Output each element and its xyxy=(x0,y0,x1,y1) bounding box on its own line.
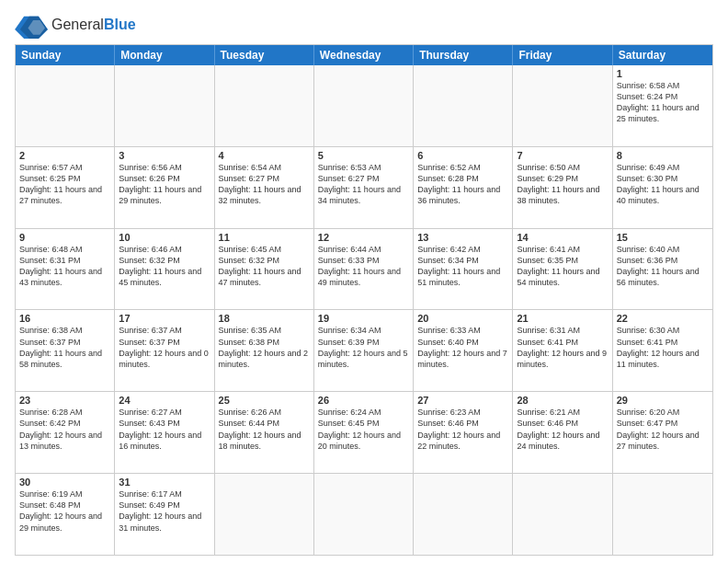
day-number: 25 xyxy=(219,395,310,406)
day-number: 3 xyxy=(119,150,210,161)
day-cell-12: 12Sunrise: 6:44 AM Sunset: 6:33 PM Dayli… xyxy=(314,229,414,310)
day-number: 18 xyxy=(219,313,310,324)
page: GeneralBlue SundayMondayTuesdayWednesday… xyxy=(0,0,728,563)
day-cell-17: 17Sunrise: 6:37 AM Sunset: 6:37 PM Dayli… xyxy=(115,310,214,391)
day-info: Sunrise: 6:54 AM Sunset: 6:27 PM Dayligh… xyxy=(219,162,310,207)
empty-cell xyxy=(314,65,414,146)
day-info: Sunrise: 6:20 AM Sunset: 6:47 PM Dayligh… xyxy=(617,407,709,452)
day-info: Sunrise: 6:42 AM Sunset: 6:34 PM Dayligh… xyxy=(417,244,508,289)
day-info: Sunrise: 6:56 AM Sunset: 6:26 PM Dayligh… xyxy=(119,162,210,207)
day-cell-1: 1Sunrise: 6:58 AM Sunset: 6:24 PM Daylig… xyxy=(613,65,712,146)
empty-cell xyxy=(613,474,712,555)
day-info: Sunrise: 6:33 AM Sunset: 6:40 PM Dayligh… xyxy=(417,325,508,370)
day-info: Sunrise: 6:37 AM Sunset: 6:37 PM Dayligh… xyxy=(119,325,210,370)
empty-cell xyxy=(414,65,513,146)
day-info: Sunrise: 6:57 AM Sunset: 6:25 PM Dayligh… xyxy=(19,162,110,207)
day-info: Sunrise: 6:30 AM Sunset: 6:41 PM Dayligh… xyxy=(617,325,709,370)
calendar-row-1: 2Sunrise: 6:57 AM Sunset: 6:25 PM Daylig… xyxy=(16,146,712,228)
day-cell-22: 22Sunrise: 6:30 AM Sunset: 6:41 PM Dayli… xyxy=(613,310,712,391)
day-number: 21 xyxy=(517,313,608,324)
day-number: 13 xyxy=(417,232,508,243)
calendar-row-5: 30Sunrise: 6:19 AM Sunset: 6:48 PM Dayli… xyxy=(16,473,712,555)
day-number: 2 xyxy=(19,150,110,161)
day-info: Sunrise: 6:34 AM Sunset: 6:39 PM Dayligh… xyxy=(318,325,409,370)
empty-cell xyxy=(215,65,314,146)
calendar-header: SundayMondayTuesdayWednesdayThursdayFrid… xyxy=(16,45,712,65)
day-number: 9 xyxy=(19,232,110,243)
day-cell-30: 30Sunrise: 6:19 AM Sunset: 6:48 PM Dayli… xyxy=(16,474,115,555)
day-info: Sunrise: 6:52 AM Sunset: 6:28 PM Dayligh… xyxy=(417,162,508,207)
day-info: Sunrise: 6:23 AM Sunset: 6:46 PM Dayligh… xyxy=(417,407,508,452)
day-number: 29 xyxy=(617,395,709,406)
day-info: Sunrise: 6:50 AM Sunset: 6:29 PM Dayligh… xyxy=(517,162,608,207)
day-number: 12 xyxy=(318,232,409,243)
day-number: 4 xyxy=(219,150,310,161)
day-number: 1 xyxy=(617,68,709,79)
day-cell-10: 10Sunrise: 6:46 AM Sunset: 6:32 PM Dayli… xyxy=(115,229,214,310)
day-cell-9: 9Sunrise: 6:48 AM Sunset: 6:31 PM Daylig… xyxy=(16,229,115,310)
day-cell-31: 31Sunrise: 6:17 AM Sunset: 6:49 PM Dayli… xyxy=(115,474,214,555)
day-cell-27: 27Sunrise: 6:23 AM Sunset: 6:46 PM Dayli… xyxy=(414,392,513,473)
empty-cell xyxy=(314,474,414,555)
day-info: Sunrise: 6:46 AM Sunset: 6:32 PM Dayligh… xyxy=(119,244,210,289)
day-cell-25: 25Sunrise: 6:26 AM Sunset: 6:44 PM Dayli… xyxy=(215,392,314,473)
day-info: Sunrise: 6:19 AM Sunset: 6:48 PM Dayligh… xyxy=(19,488,110,534)
weekday-header-tuesday: Tuesday xyxy=(215,45,314,65)
logo-icon xyxy=(15,11,48,39)
day-info: Sunrise: 6:45 AM Sunset: 6:32 PM Dayligh… xyxy=(219,244,310,289)
day-info: Sunrise: 6:17 AM Sunset: 6:49 PM Dayligh… xyxy=(119,488,210,534)
day-info: Sunrise: 6:28 AM Sunset: 6:42 PM Dayligh… xyxy=(19,407,110,452)
day-info: Sunrise: 6:53 AM Sunset: 6:27 PM Dayligh… xyxy=(318,162,409,207)
day-number: 6 xyxy=(417,150,508,161)
day-info: Sunrise: 6:24 AM Sunset: 6:45 PM Dayligh… xyxy=(318,407,409,452)
weekday-header-monday: Monday xyxy=(115,45,214,65)
day-cell-20: 20Sunrise: 6:33 AM Sunset: 6:40 PM Dayli… xyxy=(414,310,513,391)
day-cell-11: 11Sunrise: 6:45 AM Sunset: 6:32 PM Dayli… xyxy=(215,229,314,310)
day-number: 20 xyxy=(417,313,508,324)
day-cell-16: 16Sunrise: 6:38 AM Sunset: 6:37 PM Dayli… xyxy=(16,310,115,391)
day-cell-4: 4Sunrise: 6:54 AM Sunset: 6:27 PM Daylig… xyxy=(215,147,314,228)
calendar-row-2: 9Sunrise: 6:48 AM Sunset: 6:31 PM Daylig… xyxy=(16,228,712,310)
day-cell-23: 23Sunrise: 6:28 AM Sunset: 6:42 PM Dayli… xyxy=(16,392,115,473)
calendar-row-0: 1Sunrise: 6:58 AM Sunset: 6:24 PM Daylig… xyxy=(16,65,712,146)
day-cell-8: 8Sunrise: 6:49 AM Sunset: 6:30 PM Daylig… xyxy=(613,147,712,228)
day-cell-7: 7Sunrise: 6:50 AM Sunset: 6:29 PM Daylig… xyxy=(513,147,612,228)
day-number: 7 xyxy=(517,150,608,161)
day-info: Sunrise: 6:48 AM Sunset: 6:31 PM Dayligh… xyxy=(19,244,110,289)
day-number: 19 xyxy=(318,313,409,324)
day-number: 5 xyxy=(318,150,409,161)
calendar-row-4: 23Sunrise: 6:28 AM Sunset: 6:42 PM Dayli… xyxy=(16,391,712,473)
day-cell-29: 29Sunrise: 6:20 AM Sunset: 6:47 PM Dayli… xyxy=(613,392,712,473)
day-cell-5: 5Sunrise: 6:53 AM Sunset: 6:27 PM Daylig… xyxy=(314,147,414,228)
day-number: 23 xyxy=(19,395,110,406)
header: GeneralBlue xyxy=(15,11,713,39)
day-number: 31 xyxy=(119,477,210,488)
day-info: Sunrise: 6:49 AM Sunset: 6:30 PM Dayligh… xyxy=(617,162,709,207)
day-number: 22 xyxy=(617,313,709,324)
day-cell-6: 6Sunrise: 6:52 AM Sunset: 6:28 PM Daylig… xyxy=(414,147,513,228)
day-cell-3: 3Sunrise: 6:56 AM Sunset: 6:26 PM Daylig… xyxy=(115,147,214,228)
empty-cell xyxy=(513,474,612,555)
day-cell-26: 26Sunrise: 6:24 AM Sunset: 6:45 PM Dayli… xyxy=(314,392,414,473)
logo-text: GeneralBlue xyxy=(51,17,136,33)
day-info: Sunrise: 6:31 AM Sunset: 6:41 PM Dayligh… xyxy=(517,325,608,370)
calendar-body: 1Sunrise: 6:58 AM Sunset: 6:24 PM Daylig… xyxy=(16,65,712,555)
day-cell-14: 14Sunrise: 6:41 AM Sunset: 6:35 PM Dayli… xyxy=(513,229,612,310)
empty-cell xyxy=(215,474,314,555)
weekday-header-thursday: Thursday xyxy=(414,45,513,65)
day-number: 10 xyxy=(119,232,210,243)
day-cell-15: 15Sunrise: 6:40 AM Sunset: 6:36 PM Dayli… xyxy=(613,229,712,310)
calendar-row-3: 16Sunrise: 6:38 AM Sunset: 6:37 PM Dayli… xyxy=(16,309,712,391)
day-cell-18: 18Sunrise: 6:35 AM Sunset: 6:38 PM Dayli… xyxy=(215,310,314,391)
day-info: Sunrise: 6:21 AM Sunset: 6:46 PM Dayligh… xyxy=(517,407,608,452)
day-info: Sunrise: 6:58 AM Sunset: 6:24 PM Dayligh… xyxy=(617,80,709,125)
day-number: 30 xyxy=(19,477,110,488)
calendar: SundayMondayTuesdayWednesdayThursdayFrid… xyxy=(15,44,713,556)
day-info: Sunrise: 6:27 AM Sunset: 6:43 PM Dayligh… xyxy=(119,407,210,452)
logo: GeneralBlue xyxy=(15,11,136,39)
weekday-header-wednesday: Wednesday xyxy=(314,45,414,65)
day-number: 11 xyxy=(219,232,310,243)
day-info: Sunrise: 6:38 AM Sunset: 6:37 PM Dayligh… xyxy=(19,325,110,370)
empty-cell xyxy=(414,474,513,555)
day-cell-21: 21Sunrise: 6:31 AM Sunset: 6:41 PM Dayli… xyxy=(513,310,612,391)
